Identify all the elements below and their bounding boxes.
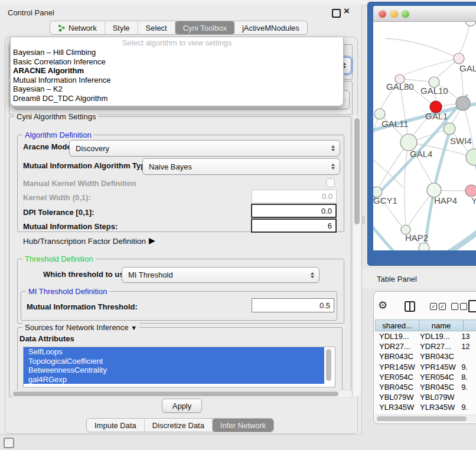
combo-arrows-icon (331, 145, 335, 151)
table-header-row: shared...nameA (375, 319, 476, 331)
aracne-mode-combobox[interactable]: Discovery (69, 140, 340, 156)
list-scrollbar-thumb[interactable] (326, 349, 331, 381)
table-row[interactable]: YBR043CYBR043C (375, 351, 476, 361)
float-window-icon[interactable] (332, 9, 341, 18)
data-attribute-item[interactable]: TopologicalCoefficient (24, 357, 324, 366)
deselect-all-checkboxes-icon[interactable] (451, 303, 467, 310)
algorithm-option[interactable]: Dream8 DC_TDC Algorithm (11, 94, 343, 103)
gear-icon[interactable]: ⚙ (378, 299, 387, 312)
node-label: Y (471, 195, 476, 206)
dropdown-placeholder: Select algorithm to view settings (11, 38, 343, 48)
mi-type-combobox[interactable]: Naive Bayes (142, 158, 340, 175)
table-cell: 12 (457, 342, 476, 351)
table-panel-titlebar: Table Panel (362, 269, 476, 289)
collapse-arrow-icon[interactable]: ▼ (131, 324, 137, 331)
column-header[interactable]: A (464, 319, 476, 331)
table-cell: YER054C (375, 373, 416, 381)
tab-discretize-data[interactable]: Discretize Data (145, 419, 213, 432)
table-row[interactable]: YER054CYER054C8. (375, 372, 476, 382)
data-attribute-item[interactable]: SelfLoops (24, 347, 324, 357)
algorithm-definition-title: Algorithm Definition (22, 131, 94, 139)
algorithm-dropdown-popup: Select algorithm to view settings Bayesi… (10, 37, 344, 106)
tab-cyni-toolbox[interactable]: Cyni Toolbox (175, 21, 234, 34)
tab-label: Network (69, 24, 97, 32)
table-cell: 9. (457, 363, 476, 371)
network-window: GALGAL80GAL10GAL1GAL11SWI4GAL4HAP4YGCY1H… (373, 6, 476, 250)
table-cell: YDR27... (416, 342, 457, 351)
manual-kernel-label: Manual Kernel Width Definition (23, 179, 136, 188)
network-canvas[interactable]: GALGAL80GAL10GAL1GAL11SWI4GAL4HAP4YGCY1H… (373, 22, 476, 250)
table-row[interactable]: YDL19...YDL19...13 (375, 331, 476, 341)
column-header[interactable]: shared... (375, 319, 419, 331)
mi-threshold-group-title: MI Threshold Definition (26, 287, 109, 296)
close-icon[interactable]: × (344, 5, 350, 17)
network-node[interactable] (419, 243, 429, 250)
data-attribute-item[interactable]: BetweennessCentrality (24, 366, 324, 375)
which-threshold-combobox[interactable]: MI Threshold (122, 267, 319, 283)
tab-style[interactable]: Style (105, 21, 138, 34)
network-node-gal4[interactable] (400, 134, 417, 151)
algorithm-option[interactable]: Basic Correlation Inference (11, 57, 343, 67)
tab-jactivemnodules[interactable]: jActiveMNodules (234, 21, 307, 34)
hub-definition-label: Hub/Transcription Factor Definition (23, 237, 146, 246)
data-attribute-item[interactable]: gal4RGexp (24, 375, 324, 384)
table-row[interactable]: YBL079WYBL079W (375, 392, 476, 402)
tab-network[interactable]: Network (50, 21, 105, 34)
manual-kernel-checkbox[interactable] (326, 178, 335, 187)
kernel-width-field[interactable]: 0.0 (252, 190, 337, 203)
tab-impute-data[interactable]: Impute Data (87, 419, 145, 432)
tab-infer-network[interactable]: Infer Network (213, 419, 273, 432)
table-cell: YBR043C (416, 352, 457, 361)
table-cell: YDR27... (375, 342, 416, 351)
which-threshold-label: Which threshold to use: (43, 270, 131, 279)
scrollbar-thumb[interactable] (13, 392, 338, 396)
network-node-y[interactable] (465, 185, 476, 197)
table-cell: YBL079W (375, 393, 416, 402)
new-table-icon[interactable] (468, 300, 476, 312)
panel-divider-handle[interactable] (361, 216, 365, 224)
network-window-titlebar[interactable] (373, 6, 476, 22)
column-layout-icon[interactable] (405, 301, 415, 312)
table-cell: YLR345W (416, 403, 457, 412)
network-node-gal11[interactable] (374, 109, 385, 119)
screen: Control Panel × NetworkStyleSelectCyni T… (0, 0, 476, 450)
table-row[interactable]: YDR27...YDR27...12 (375, 341, 476, 351)
apply-button[interactable]: Apply (162, 399, 202, 413)
close-traffic-light-icon[interactable] (379, 10, 386, 18)
network-node[interactable] (465, 22, 476, 26)
minimize-traffic-light-icon[interactable] (390, 10, 398, 18)
control-panel-tab-bar: NetworkStyleSelectCyni ToolboxjActiveMNo… (50, 21, 308, 35)
node-label: GAL4 (410, 149, 432, 159)
table-horizontal-scrollbar[interactable] (375, 415, 476, 422)
table-row[interactable]: YBR045CYBR045C9. (375, 382, 476, 392)
data-attributes-list[interactable]: SelfLoopsTopologicalCoefficientBetweenne… (23, 347, 335, 387)
settings-vertical-scrollbar[interactable] (353, 116, 361, 396)
algorithm-option[interactable]: Bayesian – Hill Climbing (11, 48, 343, 57)
dpi-tolerance-field[interactable]: 0.0 (251, 204, 337, 218)
network-icon (58, 24, 66, 32)
network-node[interactable] (456, 96, 470, 110)
select-all-checkboxes-icon[interactable]: ✓✓ (430, 303, 446, 310)
mi-steps-field[interactable]: 6 (251, 219, 337, 233)
algorithm-option[interactable]: Mutual Information Inference (11, 76, 343, 85)
control-panel-window: Control Panel × NetworkStyleSelectCyni T… (0, 5, 362, 435)
table-row[interactable]: YLR345WYLR345W9. (375, 402, 476, 412)
table-row[interactable]: YPR145WYPR145W9. (375, 362, 476, 372)
algorithm-option[interactable]: Bayesian – K2 (11, 84, 343, 94)
network-node-swi4[interactable] (444, 123, 455, 135)
zoom-traffic-light-icon[interactable] (402, 10, 409, 18)
column-header[interactable]: name (419, 319, 464, 331)
settings-horizontal-scrollbar[interactable] (11, 390, 353, 398)
network-node-gal[interactable] (454, 53, 464, 64)
node-label: GAL (459, 63, 476, 73)
expand-arrow-icon[interactable]: ▶ (149, 236, 155, 245)
scrollbar-thumb[interactable] (377, 416, 467, 421)
scrollbar-thumb[interactable] (354, 118, 360, 224)
table-cell: YPR145W (416, 363, 457, 371)
tab-select[interactable]: Select (138, 21, 175, 34)
table-cell: YPR145W (375, 363, 416, 371)
minimized-panel-icon[interactable] (4, 438, 14, 448)
combo-arrows-icon (311, 272, 314, 278)
mi-threshold-field[interactable]: 0.5 (252, 298, 334, 312)
algorithm-option[interactable]: ARACNE Algorithm (11, 66, 343, 76)
